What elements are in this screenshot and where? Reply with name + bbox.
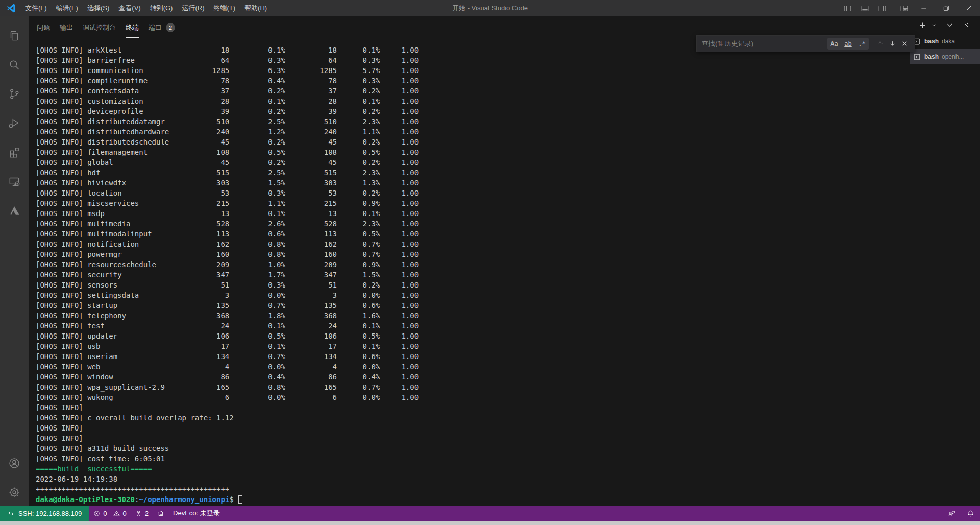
menu-item-5[interactable]: 运行(R)	[177, 0, 209, 16]
deveco-indicator[interactable]: DevEco: 未登录	[169, 506, 224, 521]
terminal-line: 2022-06-19 14:19:38	[36, 474, 910, 484]
menu-item-7[interactable]: 帮助(H)	[240, 0, 272, 16]
terminal-line: [OHOS INFO] msdp 13 0.1% 13 0.1% 1.00	[36, 208, 910, 219]
menu-item-6[interactable]: 终端(T)	[209, 0, 240, 16]
terminal-line: [OHOS INFO] wpa_supplicant-2.9 165 0.8% …	[36, 382, 910, 392]
whole-word-toggle[interactable]: ab	[841, 38, 855, 50]
menu-bar: 文件(F)编辑(E)选择(S)查看(V)转到(G)运行(R)终端(T)帮助(H)	[20, 0, 272, 16]
terminal-shell-label: bash	[924, 38, 939, 45]
terminal-shell-label: bash	[924, 53, 939, 60]
terminal-line: [OHOS INFO] web 4 0.0% 4 0.0% 1.00	[36, 362, 910, 372]
remote-icon	[7, 510, 15, 517]
source-control-icon[interactable]	[2, 82, 27, 106]
customize-layout-icon[interactable]	[895, 0, 913, 16]
ports-count: 2	[145, 510, 149, 517]
remote-label: SSH: 192.168.88.109	[18, 510, 82, 517]
terminal-icon	[913, 53, 921, 61]
menu-item-1[interactable]: 编辑(E)	[52, 0, 83, 16]
terminal-line: [OHOS INFO] sensors 51 0.3% 51 0.2% 1.00	[36, 280, 910, 290]
warnings-icon	[113, 510, 120, 517]
terminal-line: [OHOS INFO] c overall build overlap rate…	[36, 413, 910, 423]
status-bar: SSH: 192.168.88.109 0 0 2 DevEco: 未登录	[0, 506, 980, 521]
minimize-button[interactable]	[913, 0, 935, 16]
toggle-panel-icon[interactable]	[856, 0, 873, 16]
notifications-indicator[interactable]	[961, 506, 980, 521]
match-case-toggle[interactable]: Aa	[827, 38, 841, 50]
terminal-list-item-1[interactable]: bashopenh...	[910, 49, 980, 64]
menu-item-4[interactable]: 转到(G)	[145, 0, 178, 16]
toggle-sidebar-icon[interactable]	[839, 0, 856, 16]
toggle-secondary-sidebar-icon[interactable]	[873, 0, 891, 16]
terminal-line: [OHOS INFO] location 53 0.3% 53 0.2% 1.0…	[36, 188, 910, 198]
panel-tab-2[interactable]: 调试控制台	[79, 16, 120, 39]
title-bar: 文件(F)编辑(E)选择(S)查看(V)转到(G)运行(R)终端(T)帮助(H)…	[0, 0, 980, 16]
terminal-line: [OHOS INFO] useriam 134 0.7% 134 0.6% 1.…	[36, 351, 910, 362]
terminal-line: [OHOS INFO] hdf 515 2.5% 515 2.3% 1.00	[36, 168, 910, 178]
terminal-line: [OHOS INFO] multimedia 528 2.6% 528 2.3%…	[36, 219, 910, 229]
find-close-icon[interactable]	[898, 38, 911, 50]
terminal-line: [OHOS INFO] filemanagement 108 0.5% 108 …	[36, 147, 910, 157]
close-window-button[interactable]	[958, 0, 980, 16]
find-next-icon[interactable]	[886, 38, 898, 50]
terminal-line: [OHOS INFO] deviceprofile 39 0.2% 39 0.2…	[36, 106, 910, 116]
menu-item-3[interactable]: 查看(V)	[114, 0, 145, 16]
find-previous-icon[interactable]	[874, 38, 886, 50]
panel-tab-label: 输出	[60, 23, 73, 32]
panel-tab-4[interactable]: 端口2	[144, 16, 179, 39]
errors-icon	[93, 510, 101, 517]
run-debug-icon[interactable]	[2, 111, 27, 135]
prompt-user: daka@daka-OptiPlex-3020	[36, 495, 135, 504]
terminal-line: [OHOS INFO] notification 162 0.8% 162 0.…	[36, 239, 910, 249]
terminal-line: [OHOS INFO]	[36, 402, 910, 413]
window-title: 开始 - Visual Studio Code	[452, 0, 528, 16]
terminal-line: [OHOS INFO] wukong 6 0.0% 6 0.0% 1.00	[36, 392, 910, 402]
terminal-line: [OHOS INFO] telephony 368 1.8% 368 1.6% …	[36, 311, 910, 321]
panel-tab-1[interactable]: 输出	[56, 16, 77, 39]
home-indicator[interactable]	[153, 506, 169, 521]
files-icon[interactable]	[2, 23, 27, 48]
terminal-line: [OHOS INFO] distributeddatamgr 510 2.5% …	[36, 116, 910, 127]
panel-tab-3[interactable]: 终端	[121, 16, 143, 39]
terminal-line: [OHOS INFO] updater 106 0.5% 106 0.5% 1.…	[36, 331, 910, 341]
panel-tab-0[interactable]: 问题	[33, 16, 54, 39]
terminal-find-widget: 查找(⇅ 历史记录) Aa ab .*	[696, 35, 915, 52]
new-terminal-icon[interactable]	[917, 19, 928, 31]
ports-indicator[interactable]: 2	[131, 506, 153, 521]
terminal-line: [OHOS INFO]	[36, 423, 910, 433]
regex-toggle[interactable]: .*	[855, 38, 869, 50]
terminal-viewport[interactable]: [OHOS INFO] arkXtest 18 0.1% 18 0.1% 1.0…	[29, 39, 910, 506]
panel-restore-icon[interactable]	[944, 19, 955, 31]
radio-tower-icon	[135, 510, 142, 517]
terminal-line: [OHOS INFO] a311d build success	[36, 443, 910, 454]
find-toggles: Aa ab .*	[827, 38, 869, 50]
close-panel-icon[interactable]	[961, 19, 972, 31]
restore-button[interactable]	[935, 0, 958, 16]
deveco-label: DevEco: 未登录	[173, 509, 220, 518]
titlebar-separator	[893, 5, 893, 12]
terminal-line: [OHOS INFO] startup 135 0.7% 135 0.6% 1.…	[36, 300, 910, 311]
deveco-icon[interactable]	[2, 198, 27, 223]
ports-badge: 2	[166, 23, 175, 32]
terminal-line: [OHOS INFO] cost time: 6:05:01	[36, 454, 910, 464]
feedback-indicator[interactable]	[942, 506, 961, 521]
problems-indicator[interactable]: 0 0	[89, 506, 130, 521]
extensions-icon[interactable]	[2, 140, 27, 164]
find-input[interactable]: 查找(⇅ 历史记录)	[702, 39, 827, 49]
menu-item-2[interactable]: 选择(S)	[83, 0, 114, 16]
terminal-list-item-0[interactable]: bashdaka	[910, 34, 980, 49]
menu-item-0[interactable]: 文件(F)	[20, 0, 52, 16]
remote-indicator[interactable]: SSH: 192.168.88.109	[0, 506, 89, 521]
settings-icon[interactable]	[2, 480, 27, 505]
vscode-logo-icon	[6, 3, 16, 13]
terminal-line: [OHOS INFO] barrierfree 64 0.3% 64 0.3% …	[36, 55, 910, 65]
terminal-line: daka@daka-OptiPlex-3020:~/openharmony_un…	[36, 494, 910, 505]
search-icon[interactable]	[2, 53, 27, 77]
bell-icon	[966, 509, 975, 518]
terminal-line: [OHOS INFO] window 86 0.4% 86 0.4% 1.00	[36, 372, 910, 382]
remote-explorer-icon[interactable]	[2, 169, 27, 194]
terminal-profile-dropdown-icon[interactable]	[928, 19, 939, 31]
account-icon[interactable]	[2, 451, 27, 475]
terminal-cursor	[238, 495, 242, 504]
terminal-line: ++++++++++++++++++++++++++++++++++++++++…	[36, 484, 910, 494]
terminal-line: [OHOS INFO] customization 28 0.1% 28 0.1…	[36, 96, 910, 106]
